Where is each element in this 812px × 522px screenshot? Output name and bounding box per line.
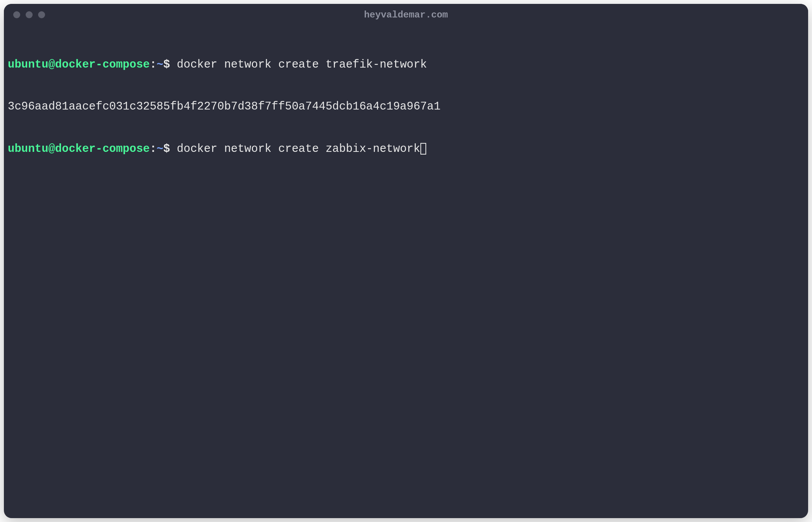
window-title: heyvaldemar.com — [4, 10, 808, 20]
terminal-window: heyvaldemar.com ubuntu@docker-compose:~$… — [4, 4, 808, 518]
prompt-user-host: ubuntu@docker-compose — [8, 143, 150, 155]
title-bar: heyvaldemar.com — [4, 4, 808, 26]
prompt-dollar: $ — [163, 143, 170, 155]
command-text: docker network create traefik-network — [170, 58, 427, 71]
prompt-path: ~ — [157, 143, 163, 155]
prompt-path: ~ — [157, 58, 163, 71]
prompt-dollar: $ — [163, 58, 170, 71]
maximize-icon[interactable] — [38, 11, 45, 18]
prompt-colon: : — [150, 143, 156, 155]
terminal-body[interactable]: ubuntu@docker-compose:~$ docker network … — [4, 26, 808, 188]
cursor-icon — [420, 143, 426, 155]
terminal-line: ubuntu@docker-compose:~$ docker network … — [8, 142, 804, 156]
traffic-lights — [4, 11, 45, 18]
prompt-colon: : — [150, 58, 156, 71]
minimize-icon[interactable] — [26, 11, 33, 18]
terminal-line: ubuntu@docker-compose:~$ docker network … — [8, 58, 804, 72]
command-text: docker network create zabbix-network — [170, 143, 420, 155]
close-icon[interactable] — [13, 11, 20, 18]
terminal-output: 3c96aad81aacefc031c32585fb4f2270b7d38f7f… — [8, 100, 804, 114]
prompt-user-host: ubuntu@docker-compose — [8, 58, 150, 71]
